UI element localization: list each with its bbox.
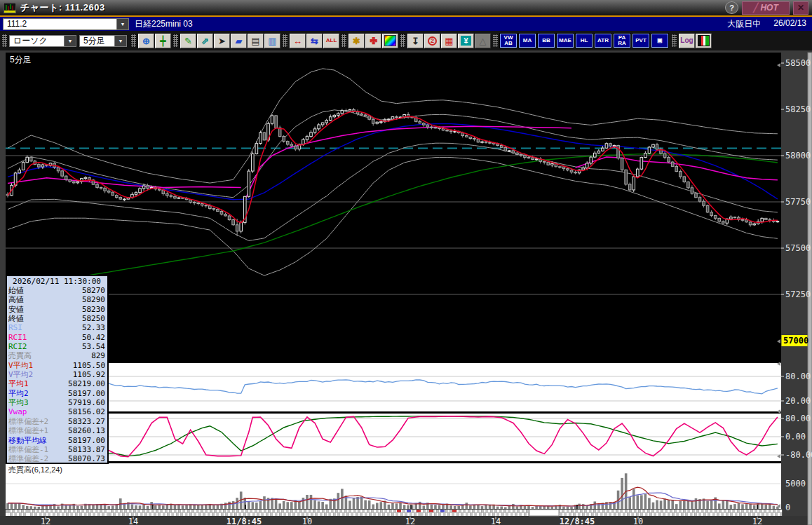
pointer-icon[interactable]: ➤ [214, 34, 230, 48]
tooltip-row-value: 52.33 [82, 323, 105, 332]
svg-text:12/8:45: 12/8:45 [560, 517, 595, 525]
chevron-down-icon[interactable]: ▼ [116, 19, 128, 29]
chart-canvas[interactable]: 5850058250580005775057500572505700080.00… [0, 51, 812, 525]
svg-text:5000: 5000 [785, 479, 806, 489]
tooltip-row-value: 58270 [82, 286, 105, 295]
tooltip-row: 売買高829 [8, 351, 105, 360]
bar-expand-icon[interactable]: ↔ [290, 34, 306, 48]
chart-type-select-value: ローソク [10, 35, 64, 47]
tooltip-row-label: 終値 [8, 314, 24, 323]
svg-text:0: 0 [785, 503, 790, 512]
tooltip-row-value: 58230 [82, 305, 105, 314]
tooltip-row: V平均11105.50 [8, 361, 105, 370]
toolbar-grip [283, 34, 287, 47]
tooltip-row-value: 58323.27 [68, 417, 105, 426]
date-label: 26/02/13 [773, 18, 806, 30]
eraser-icon[interactable]: ▰ [231, 34, 247, 48]
zoom-step2-icon[interactable]: 2 [424, 34, 440, 48]
svg-text:57750: 57750 [785, 197, 811, 207]
tooltip-row-label: 始値 [8, 286, 24, 295]
zoom-icon[interactable]: ⊕ [138, 34, 154, 48]
interval-select[interactable]: 5分足▼ [79, 35, 127, 47]
svg-text:10: 10 [633, 517, 643, 525]
alert-icon[interactable]: △ [475, 34, 491, 48]
hot-button[interactable]: ╱HOT [742, 1, 790, 15]
indicator-hl-button[interactable]: HL [576, 34, 593, 48]
tooltip-row-value: 50.42 [82, 333, 105, 342]
show-all-button[interactable]: ALL [323, 34, 339, 48]
toolbar-grip [131, 34, 136, 47]
save-chart-icon[interactable]: ↧ [407, 34, 424, 48]
chevron-down-icon[interactable]: ▼ [114, 36, 126, 46]
hot-label: HOT [760, 3, 778, 13]
tooltip-row-label: RSI [8, 323, 22, 332]
tooltip-row-label: 移動平均線 [8, 436, 47, 445]
data-tooltip-panel: 2026/02/11 11:30:00 始値58270高値58290安値5823… [6, 275, 109, 464]
instrument-label: 日経225mini 03 [135, 18, 193, 30]
chart-window: チャート: 111.2603 ? ╱HOT ✕ 111.2 ▼ 日経225min… [0, 0, 812, 525]
tooltip-row-label: 標準偏差+1 [8, 426, 48, 435]
crosshair-grid-icon[interactable]: ┿ [155, 34, 171, 48]
svg-text:57000: 57000 [783, 336, 808, 346]
symbol-combobox[interactable]: 111.2 ▼ [3, 18, 129, 30]
draw-pencil-icon[interactable]: ✎ [180, 34, 196, 48]
tooltip-row-label: 標準偏差-2 [8, 454, 48, 463]
tooltip-row-value: 58197.00 [68, 436, 105, 445]
svg-text:0.00: 0.00 [785, 432, 806, 442]
toolbar-grip [173, 34, 178, 47]
interval-select-value: 5分足 [80, 35, 114, 47]
copy-pages-icon[interactable]: ▤ [248, 34, 264, 48]
indicator-ma-button[interactable]: MA [519, 34, 536, 48]
tooltip-row: 安値58230 [8, 305, 105, 314]
tooltip-row: 平均158219.00 [8, 379, 105, 388]
range-select-icon[interactable]: ⇗ [197, 34, 213, 48]
tools-wrench-icon[interactable]: ✙ [365, 34, 381, 48]
bar-shrink-icon[interactable]: ⇆ [306, 34, 323, 48]
svg-text:11/8:45: 11/8:45 [226, 517, 262, 525]
tooltip-row-value: 58133.87 [68, 445, 105, 454]
toolbar-items: ローソク▼5分足▼⊕┿✎⇗➤▰▤▥↔⇆ALL✱✙↧2▦¥△VWABMABBMAE… [1, 34, 712, 48]
toolbar-grip [2, 34, 7, 47]
tooltip-row-value: 53.54 [82, 342, 105, 351]
tooltip-row-label: 高値 [8, 295, 24, 304]
svg-text:12: 12 [752, 517, 762, 525]
session-scroll-strip[interactable] [6, 510, 782, 516]
indicator-mae-button[interactable]: MAE [557, 34, 574, 48]
tooltip-row: Vwap58156.02 [8, 407, 105, 416]
indicator-para-button[interactable]: PARA [614, 34, 630, 48]
help-button[interactable]: ? [725, 1, 738, 14]
indicator-pvt-button[interactable]: PVT [632, 34, 649, 48]
tooltip-row: 標準偏差-158133.87 [8, 445, 105, 454]
app-icon [4, 3, 16, 13]
tooltip-row-label: RCI1 [8, 333, 27, 342]
tooltip-row-label: 安値 [8, 305, 24, 314]
trash-icon[interactable]: ▥ [264, 34, 280, 48]
indicator-window-button[interactable]: ▣ [651, 34, 668, 48]
chart-panel-settings-icon[interactable]: ▦ [441, 34, 457, 48]
tooltip-row: RSI52.33 [8, 323, 105, 332]
tooltip-row-label: 平均1 [8, 379, 29, 388]
svg-text:-80.00: -80.00 [785, 450, 812, 460]
multi-chart-icon[interactable] [696, 34, 712, 48]
scrollbar-thumb[interactable] [529, 510, 559, 516]
yen-price-icon[interactable]: ¥ [458, 34, 474, 48]
settings-gear-icon[interactable]: ✱ [349, 34, 365, 48]
title-bar: チャート: 111.2603 ? ╱HOT ✕ [0, 0, 812, 15]
chart-type-select[interactable]: ローソク▼ [9, 35, 76, 47]
tooltip-row-value: 57919.60 [68, 398, 105, 407]
chevron-down-icon[interactable]: ▼ [64, 36, 76, 46]
indicator-vwap-button[interactable]: VWAB [500, 34, 517, 48]
tooltip-row-value: 58197.00 [68, 389, 105, 398]
tooltip-row-value: 58290 [82, 295, 105, 304]
log-scale-button[interactable]: Log [679, 34, 695, 48]
tooltip-row-value: 58219.00 [68, 379, 105, 388]
toolbar-grip [400, 34, 405, 47]
svg-text:5分足: 5分足 [10, 55, 32, 64]
tooltip-row: 平均357919.60 [8, 398, 105, 407]
indicator-atr-button[interactable]: ATR [595, 34, 611, 48]
tooltip-row: RCI150.42 [8, 333, 105, 342]
color-settings-icon[interactable] [382, 34, 398, 48]
close-button[interactable]: ✕ [793, 1, 808, 15]
indicator-bb-button[interactable]: BB [538, 34, 555, 48]
tooltip-row-label: 平均2 [8, 389, 29, 398]
